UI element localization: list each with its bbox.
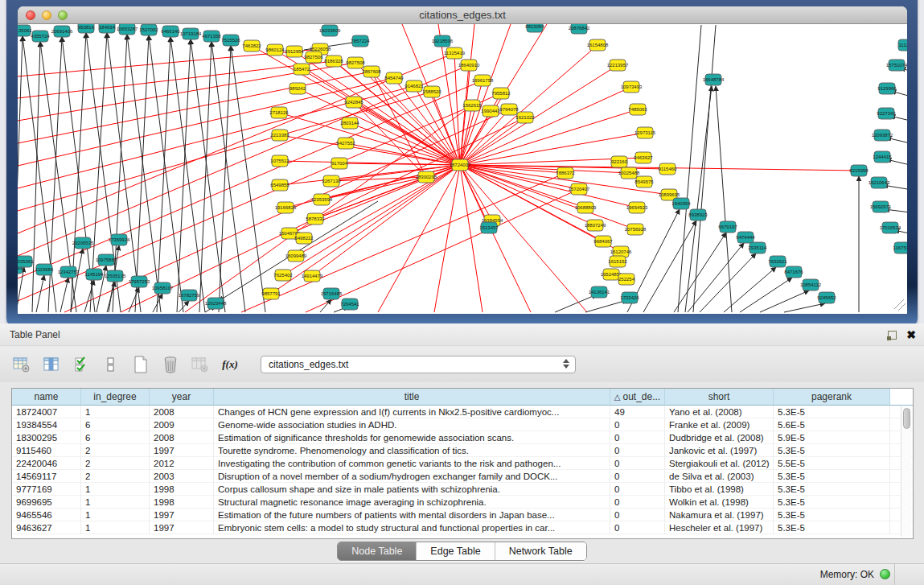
graph-edge xyxy=(149,35,183,312)
graph-node-label: 2867608 xyxy=(362,69,381,74)
network-window-titlebar[interactable]: citations_edges.txt xyxy=(18,6,907,24)
table-cell: 1 xyxy=(81,521,150,534)
scrollbar-thumb[interactable] xyxy=(903,408,910,429)
table-tabbar: Node TableEdge TableNetwork Table xyxy=(0,542,924,561)
table-selector-dropdown[interactable]: citations_edges.txt xyxy=(261,356,576,373)
canvas-resize-grip[interactable] xyxy=(894,299,906,311)
column-header[interactable]: name xyxy=(12,389,81,406)
table-cell: Corpus callosum shape and size in male p… xyxy=(214,483,610,496)
graph-node-label: 17957253 xyxy=(129,279,150,284)
network-view-focus-frame: citations_edges.txt 813506 xyxy=(6,0,918,327)
column-header[interactable]: year xyxy=(150,389,214,406)
table-scrollbar[interactable] xyxy=(901,406,911,537)
table-cell: Tourette syndrome. Phenomenology and cla… xyxy=(214,444,610,457)
memory-ok-indicator[interactable] xyxy=(880,569,890,579)
table-row[interactable]: 969969511998Structural magnetic resonanc… xyxy=(12,496,913,509)
graph-node-label: 8215958 xyxy=(849,168,869,173)
show-column-button[interactable] xyxy=(41,354,62,375)
graph-node-label: 8938923 xyxy=(688,212,708,217)
table-row[interactable]: 1830029562008Estimation of significance … xyxy=(12,431,913,444)
graph-node-label: 15751074 xyxy=(886,63,907,68)
table-cell: Tibbo et al. (1998) xyxy=(665,483,774,496)
graph-node-label: 10653287 xyxy=(117,27,138,31)
graph-node-label: 9245652 xyxy=(817,295,836,300)
table-row[interactable]: 2242004622012Investigating the contribut… xyxy=(12,457,913,470)
hide-columns-button[interactable] xyxy=(101,354,121,375)
table-row[interactable]: 1456911722003Disruption of a novel membe… xyxy=(12,470,913,483)
column-header[interactable]: △out_de... xyxy=(610,389,665,406)
graph-node-label: 9860124 xyxy=(265,47,285,52)
table-cell: 18300295 xyxy=(12,431,81,444)
graph-node-label: 19166825 xyxy=(275,205,297,210)
graph-node-label: 9146821 xyxy=(405,84,424,89)
close-panel-icon[interactable]: ✖ xyxy=(906,329,916,340)
table-cell: 5.9E-5 xyxy=(774,431,890,444)
table-row[interactable]: 946362711997Embryonic stem cells: a mode… xyxy=(12,521,913,534)
table-cell: 2003 xyxy=(150,470,214,483)
column-header[interactable]: short xyxy=(665,389,774,406)
graph-node-label: 3912954 xyxy=(285,49,304,54)
table-cell: 19384554 xyxy=(12,418,81,431)
graph-node-label: 16210643 xyxy=(869,180,890,185)
column-header[interactable]: in_degree xyxy=(81,389,150,406)
table-cell: 1998 xyxy=(150,496,214,509)
table-selector-value: citations_edges.txt xyxy=(269,359,348,370)
table-cell: 1 xyxy=(81,483,150,496)
graph-node-label: 15226058 xyxy=(310,47,331,51)
table-settings-button[interactable] xyxy=(11,354,32,375)
graph-edge xyxy=(241,173,565,312)
graph-node-label: 8471676 xyxy=(784,270,803,274)
citation-network-graph[interactable]: 8135061435572420691406950816184634106532… xyxy=(18,24,907,314)
graph-node-label: 1115686 xyxy=(35,267,54,272)
network-panel: citations_edges.txt 813506 xyxy=(0,0,924,323)
new-table-button[interactable] xyxy=(130,354,151,375)
table-row[interactable]: 1938455462009Genome-wide association stu… xyxy=(12,418,913,431)
table-cell: 9777169 xyxy=(12,483,81,496)
delete-table-button[interactable] xyxy=(160,354,181,375)
row-selection-button[interactable] xyxy=(71,354,92,375)
zoom-window-button[interactable] xyxy=(58,10,68,20)
table-cell: de Silva et al. (2003) xyxy=(665,470,774,483)
graph-node-label: 9857791 xyxy=(261,291,281,296)
tab-network-table[interactable]: Network Table xyxy=(495,542,586,560)
column-header[interactable]: pagerank xyxy=(774,389,890,406)
float-panel-icon[interactable] xyxy=(888,331,897,340)
close-window-button[interactable] xyxy=(26,10,35,20)
tab-node-table[interactable]: Node Table xyxy=(338,542,417,560)
table-cell: 1 xyxy=(81,509,150,521)
graph-node-label: 8135061 xyxy=(18,28,32,33)
table-cell: 2009 xyxy=(150,418,214,431)
table-cell: Jankovic et al. (1997) xyxy=(665,444,774,457)
graph-edge xyxy=(716,86,732,312)
table-cell: Nakamura et al. (1997) xyxy=(665,509,774,521)
graph-node-label: 15716485 xyxy=(321,291,343,296)
graph-node-label: 10899695 xyxy=(659,192,680,197)
minimize-window-button[interactable] xyxy=(42,10,51,20)
graph-edge xyxy=(60,278,68,312)
table-panel: Table Panel ✖ xyxy=(0,323,924,585)
table-row[interactable]: 946554611997Estimation of the future num… xyxy=(12,509,913,521)
graph-node-label: 1640954 xyxy=(671,201,691,206)
function-builder-button[interactable]: f(x) xyxy=(220,354,240,375)
graph-node-label: 12353594 xyxy=(311,197,333,202)
table-row[interactable]: 1872400712008Changes of HCN gene express… xyxy=(12,406,913,418)
tab-edge-table[interactable]: Edge Table xyxy=(417,542,495,560)
graph-node-label: 12505135 xyxy=(105,274,126,278)
status-divider xyxy=(894,564,895,585)
graph-edge xyxy=(460,117,525,165)
table-cell: Disruption of a novel member of a sodium… xyxy=(214,470,610,483)
import-table-button[interactable] xyxy=(190,354,211,375)
table-cell: 2008 xyxy=(150,431,214,444)
graph-node-label: 9115460 xyxy=(659,167,678,171)
graph-node-label: 8549575 xyxy=(634,179,654,184)
table-cell: Estimation of significance thresholds fo… xyxy=(214,431,610,444)
graph-node-label: 9827506 xyxy=(304,55,323,60)
network-canvas[interactable]: 8135061435572420691406950816184634106532… xyxy=(18,24,907,314)
table-row[interactable]: 911546021997Tourette syndrome. Phenomeno… xyxy=(12,444,913,457)
graph-node-label: 9129966 xyxy=(877,86,897,91)
graph-node-label: 950816 xyxy=(78,25,95,30)
column-header[interactable]: title xyxy=(214,389,610,406)
graph-node-label: 18724007 xyxy=(450,163,471,167)
table-cell: 0 xyxy=(610,457,665,470)
table-row[interactable]: 977716911998Corpus callosum shape and si… xyxy=(12,483,913,496)
